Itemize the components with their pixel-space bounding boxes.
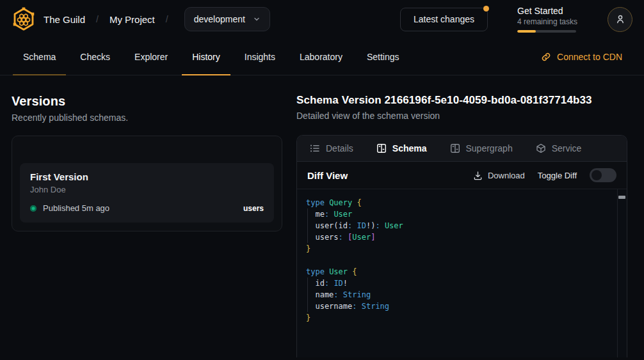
scrollbar-thumb[interactable] <box>618 196 625 199</box>
connect-to-cdn-link[interactable]: Connect to CDN <box>541 52 622 62</box>
get-started-progress-bar <box>517 30 576 33</box>
nav-tab-underline <box>13 74 66 75</box>
latest-changes-button[interactable]: Latest changes <box>400 8 488 31</box>
nav-tab-history[interactable]: History <box>182 38 230 75</box>
detail-tab-label: Details <box>326 143 353 153</box>
nav-tab-laboratory[interactable]: Laboratory <box>289 38 353 75</box>
nav-tab-label: History <box>192 52 220 62</box>
toggle-diff-switch[interactable] <box>590 168 616 182</box>
code-line: me: User <box>306 208 614 220</box>
get-started-subtitle: 4 remaining tasks <box>517 17 578 26</box>
switch-knob <box>592 170 602 180</box>
version-card-title: First Version <box>30 171 264 182</box>
nav-tab-explorer[interactable]: Explorer <box>124 38 178 75</box>
diff-toolbar: Diff View Download Toggle Diff <box>297 162 627 189</box>
code-line: } <box>306 312 614 324</box>
columns-icon <box>376 143 387 153</box>
code-line: } <box>306 243 614 254</box>
header-actions: Latest changes Get Started 4 remaining t… <box>400 6 632 33</box>
nav-tab-insights[interactable]: Insights <box>234 38 286 75</box>
diff-actions: Download Toggle Diff <box>473 168 616 182</box>
target-selector-value: development <box>194 14 245 24</box>
notification-dot-icon <box>483 6 489 12</box>
versions-list: First Version John Doe Published 5m ago … <box>12 136 282 231</box>
get-started-title: Get Started <box>517 6 578 16</box>
cube-icon <box>536 143 546 153</box>
schema-version-title: Schema Version 2166196f-5e10-4059-bd0a-0… <box>296 94 627 107</box>
version-card-status: Published 5m ago <box>43 203 109 213</box>
latest-changes-label: Latest changes <box>414 14 474 24</box>
nav-tab-underline <box>182 74 230 75</box>
person-icon <box>615 13 626 25</box>
breadcrumb-separator: / <box>96 14 99 24</box>
version-card-status-row: Published 5m ago users <box>30 203 264 213</box>
nav-tab-label: Checks <box>80 52 110 62</box>
primary-nav: SchemaChecksExplorerHistoryInsightsLabor… <box>0 38 644 75</box>
chevron-down-icon <box>253 15 261 23</box>
code-line: username: String <box>306 301 614 312</box>
columns-icon <box>450 143 460 153</box>
download-icon <box>473 171 483 180</box>
breadcrumb-project[interactable]: My Project <box>109 14 155 25</box>
nav-tab-settings[interactable]: Settings <box>357 38 410 75</box>
version-card-author: John Doe <box>30 185 264 194</box>
schema-version-panel: DetailsSchemaSupergraphService Diff View… <box>296 135 627 357</box>
code-line: id: ID! <box>306 278 614 289</box>
link-icon <box>541 52 551 62</box>
code-line: users: [User] <box>306 231 614 243</box>
get-started-widget[interactable]: Get Started 4 remaining tasks <box>517 6 578 33</box>
nav-tab-checks[interactable]: Checks <box>70 38 120 75</box>
version-card-service-badge: users <box>243 204 264 213</box>
nav-tab-label: Explorer <box>134 52 168 62</box>
breadcrumb: The Guild / My Project / development <box>12 7 270 31</box>
top-header: The Guild / My Project / development Lat… <box>0 0 644 38</box>
breadcrumb-org[interactable]: The Guild <box>44 14 85 25</box>
versions-subtitle: Recently published schemas. <box>12 113 282 123</box>
cdn-link-label: Connect to CDN <box>557 52 622 62</box>
target-selector[interactable]: development <box>184 7 270 31</box>
detail-tab-label: Service <box>552 143 582 153</box>
detail-tab-details[interactable]: Details <box>310 143 353 153</box>
editor-scrollbar[interactable] <box>617 189 627 357</box>
detail-tab-label: Supergraph <box>466 143 513 153</box>
published-status-dot-icon <box>30 205 36 212</box>
list-icon <box>310 143 320 153</box>
schema-version-detail: Schema Version 2166196f-5e10-4059-bd0a-0… <box>296 94 627 357</box>
schema-code-editor[interactable]: type Query { me: User user(id: ID!): Use… <box>297 189 627 331</box>
detail-tab-bar: DetailsSchemaSupergraphService <box>297 136 627 162</box>
nav-tab-label: Insights <box>245 52 275 62</box>
hive-logo-icon[interactable] <box>12 7 36 31</box>
nav-tab-schema[interactable]: Schema <box>13 38 66 75</box>
breadcrumb-separator: / <box>166 14 168 24</box>
download-button[interactable]: Download <box>473 171 525 180</box>
download-label: Download <box>488 171 525 180</box>
user-avatar[interactable] <box>608 7 632 32</box>
versions-sidebar: Versions Recently published schemas. Fir… <box>12 94 282 357</box>
nav-tab-label: Laboratory <box>300 52 342 62</box>
detail-tab-supergraph[interactable]: Supergraph <box>450 143 513 153</box>
detail-tab-label: Schema <box>392 143 427 153</box>
main-content: Versions Recently published schemas. Fir… <box>0 75 644 357</box>
schema-version-subtitle: Detailed view of the schema version <box>296 111 627 121</box>
detail-tab-service[interactable]: Service <box>536 143 582 153</box>
detail-tab-schema[interactable]: Schema <box>376 143 427 153</box>
code-viewer: type Query { me: User user(id: ID!): Use… <box>297 189 627 357</box>
progress-fill <box>517 30 536 33</box>
nav-tab-list: SchemaChecksExplorerHistoryInsightsLabor… <box>12 38 410 75</box>
version-card[interactable]: First Version John Doe Published 5m ago … <box>20 163 274 223</box>
code-line: user(id: ID!): User <box>306 220 614 231</box>
nav-tab-label: Schema <box>23 52 56 62</box>
diff-view-title: Diff View <box>307 170 348 181</box>
code-line <box>306 254 614 266</box>
code-line: type User { <box>306 266 614 278</box>
nav-tab-label: Settings <box>367 52 399 62</box>
toggle-diff-label: Toggle Diff <box>538 171 577 180</box>
code-line: type Query { <box>306 197 614 208</box>
code-line: name: String <box>306 289 614 301</box>
versions-title: Versions <box>12 94 282 109</box>
